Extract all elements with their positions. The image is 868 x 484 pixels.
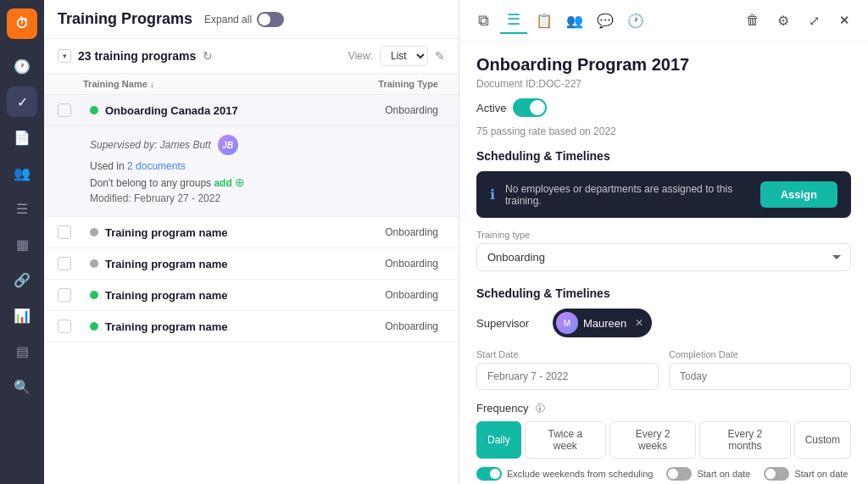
close-icon[interactable]: ✕ (831, 7, 858, 34)
row-type-2: Onboarding (369, 226, 445, 238)
completion-date-label: Completion Date (669, 349, 851, 359)
modified-line: Modified: February 27 - 2022 (90, 192, 445, 204)
sidebar-icon-grid[interactable]: ▦ (7, 229, 37, 259)
remove-supervisor-button[interactable]: ✕ (635, 317, 643, 329)
sidebar-icon-table[interactable]: ▤ (7, 336, 37, 366)
edit-icon[interactable]: ✎ (435, 49, 445, 63)
exclude-weekends-toggle[interactable] (476, 467, 502, 481)
frequency-buttons: Daily Twice a week Every 2 weeks Every 2… (476, 421, 851, 459)
row-main-5[interactable]: Training program name Onboarding (44, 311, 459, 342)
table-header: Training Name ↓ Training Type (44, 74, 459, 95)
supervisor-chip[interactable]: M Maureen ✕ (553, 309, 652, 337)
row-name-5: Training program name (105, 320, 362, 333)
start-on-date-group-2: Start on date (764, 467, 848, 481)
row-name-4: Training program name (105, 289, 362, 302)
row-main-1[interactable]: Onboarding Canada 2017 Onboarding (44, 95, 459, 125)
status-dot-2 (90, 228, 98, 236)
col-header-type: Training Type (360, 79, 445, 89)
training-type-label: Training type (476, 230, 851, 240)
supervisor-label: Supervisor (476, 317, 544, 330)
table-row: Training program name Onboarding (44, 248, 459, 280)
row-detail-1: Supervised by: James Butt JB Used in 2 d… (44, 125, 459, 216)
row-type-4: Onboarding (369, 289, 445, 301)
app-logo: ⏱ (7, 8, 37, 39)
row-checkbox-4[interactable] (58, 288, 71, 302)
row-name-3: Training program name (105, 258, 362, 270)
scheduling-options: Exclude weekends from scheduling Start o… (476, 467, 851, 481)
training-type-select[interactable]: Onboarding (476, 243, 851, 271)
refresh-button[interactable]: ↻ (203, 49, 213, 63)
start-date-label: Start Date (476, 349, 659, 359)
row-type-1: Onboarding (369, 104, 445, 116)
start-on-date-toggle-2[interactable] (764, 467, 789, 481)
freq-btn-every-2-months[interactable]: Every 2 months (699, 421, 790, 459)
assign-button[interactable]: Assign (760, 181, 837, 208)
freq-btn-custom[interactable]: Custom (794, 421, 851, 459)
sidebar-icon-link[interactable]: 🔗 (7, 264, 37, 295)
start-date-field: Start Date (476, 349, 659, 390)
row-type-5: Onboarding (369, 320, 445, 332)
settings-icon[interactable]: ⚙ (770, 7, 797, 34)
row-name-1: Onboarding Canada 2017 (105, 104, 362, 117)
expand-icon[interactable]: ⤢ (800, 7, 827, 34)
sidebar-icon-clock[interactable]: 🕐 (7, 51, 37, 81)
expand-all-toggle[interactable] (257, 12, 284, 27)
exclude-weekends-group: Exclude weekends from scheduling (476, 467, 653, 481)
sidebar-icon-people[interactable]: 👥 (7, 158, 37, 188)
groups-line: Don't belong to any groups add ⊕ (90, 175, 445, 189)
file-icon[interactable]: 📋 (531, 7, 558, 34)
start-date-input[interactable] (476, 363, 659, 390)
completion-date-input[interactable] (669, 363, 851, 390)
table-row: Training program name Onboarding (44, 311, 459, 342)
copy-icon[interactable]: ⧉ (470, 7, 497, 34)
row-type-3: Onboarding (369, 258, 445, 270)
supervisor-avatar: JB (218, 135, 238, 155)
active-toggle[interactable] (513, 98, 547, 117)
start-on-date-label-1: Start on date (697, 469, 750, 479)
sidebar-icon-document[interactable]: 📄 (7, 122, 37, 153)
start-on-date-toggle-1[interactable] (666, 467, 692, 481)
menu-icon[interactable]: ☰ (500, 7, 527, 34)
start-on-date-group-1: Start on date (666, 467, 750, 481)
documents-link[interactable]: 2 documents (127, 160, 186, 172)
list-header: Training Programs Expand all (44, 0, 459, 39)
sidebar-icon-tasks[interactable]: ✓ (7, 86, 37, 117)
page-title: Training Programs (58, 10, 192, 28)
row-main-4[interactable]: Training program name Onboarding (44, 280, 459, 310)
sidebar-icon-list[interactable]: ☰ (7, 193, 37, 224)
history-icon[interactable]: 🕐 (622, 7, 649, 34)
row-main-2[interactable]: Training program name Onboarding (44, 217, 459, 248)
row-name-2: Training program name (105, 226, 362, 239)
add-group-icon: ⊕ (235, 175, 245, 189)
freq-btn-every-2-weeks[interactable]: Every 2 weeks (609, 421, 696, 459)
expand-all-button[interactable]: Expand all (204, 12, 284, 27)
table-row: Training program name Onboarding (44, 280, 459, 311)
start-on-date-label-2: Start on date (794, 469, 848, 479)
section-title-scheduling: Scheduling & Timelines (476, 149, 851, 163)
sidebar-icon-chart[interactable]: 📊 (7, 300, 37, 331)
select-all-checkbox[interactable]: ▾ (58, 49, 71, 63)
status-dot-4 (90, 291, 98, 299)
frequency-label: Frequency (476, 402, 528, 414)
right-content: Onboarding Program 2017 Document ID:DOC-… (459, 42, 868, 484)
status-dot-3 (90, 259, 98, 268)
row-checkbox-2[interactable] (58, 225, 71, 239)
row-checkbox-5[interactable] (58, 320, 71, 333)
status-dot-1 (90, 106, 98, 114)
right-panel: ⧉ ☰ 📋 👥 💬 🕐 🗑 ⚙ ⤢ ✕ Onboarding Program 2… (459, 0, 868, 484)
active-label: Active (476, 102, 506, 114)
chat-icon[interactable]: 💬 (592, 7, 619, 34)
team-icon[interactable]: 👥 (561, 7, 588, 34)
status-dot-5 (90, 322, 98, 331)
sidebar-icon-search[interactable]: 🔍 (7, 371, 37, 402)
freq-btn-daily[interactable]: Daily (476, 421, 521, 459)
view-select[interactable]: List (380, 46, 428, 66)
trash-icon[interactable]: 🗑 (739, 7, 766, 34)
row-checkbox-1[interactable] (58, 103, 71, 117)
row-main-3[interactable]: Training program name Onboarding (44, 248, 459, 279)
add-group-link[interactable]: add (214, 177, 231, 189)
supervisor-chip-avatar: M (556, 312, 578, 334)
row-checkbox-3[interactable] (58, 257, 71, 270)
freq-btn-twice-week[interactable]: Twice a week (525, 421, 606, 459)
supervised-by-text: Supervised by: James Butt (90, 139, 211, 151)
